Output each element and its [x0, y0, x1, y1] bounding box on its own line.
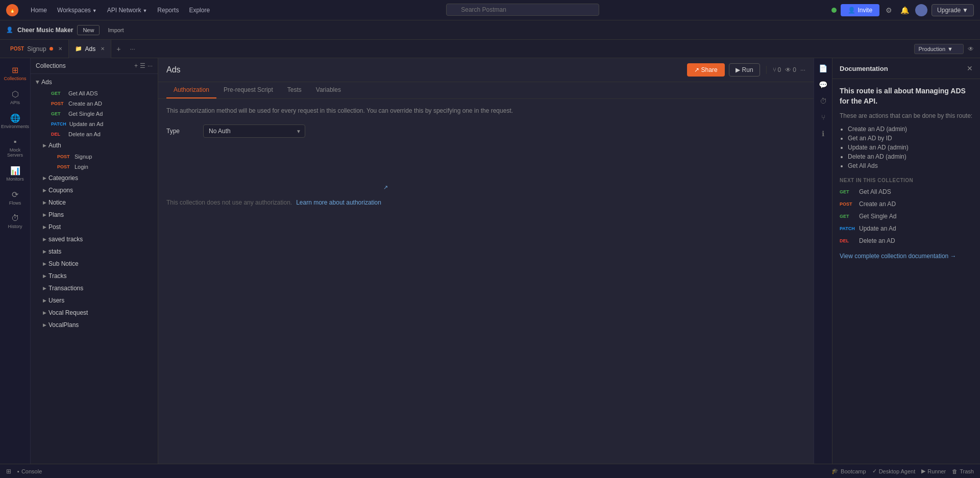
sidebar-header-icons: + ☰ ··· [134, 62, 153, 69]
folder-name: Vocal Request [48, 309, 88, 316]
sidebar-item-flows[interactable]: ⟳ Flows [2, 187, 29, 209]
doc-next-delete[interactable]: DEL Delete an AD [840, 237, 973, 244]
new-button[interactable]: New [77, 25, 100, 35]
runner-button[interactable]: ▶ Runner [921, 468, 946, 474]
info-icon[interactable]: ℹ [820, 128, 826, 140]
collections-list: ▶ Ads GET Get All ADS POST Create an AD … [31, 74, 158, 464]
folder-stats[interactable]: ▶ stats [31, 245, 158, 258]
user-avatar[interactable] [915, 4, 927, 16]
trash-button[interactable]: 🗑 Trash [952, 468, 974, 474]
filter-icon[interactable]: ☰ [140, 62, 145, 69]
folder-users[interactable]: ▶ Users [31, 294, 158, 307]
request-get-all-ads[interactable]: GET Get All ADS [31, 88, 158, 98]
nav-workspaces[interactable]: Workspaces▼ [53, 5, 101, 16]
method-badge-patch: PATCH [51, 121, 66, 127]
history-label: History [8, 224, 22, 229]
request-login[interactable]: POST Login [31, 162, 158, 172]
doc-heading: This route is all about Managing ADS for… [840, 86, 973, 106]
doc-next-update[interactable]: PATCH Update an Ad [840, 225, 973, 232]
sidebar-item-mock-servers[interactable]: ▪ Mock Servers [2, 134, 29, 161]
add-tab-button[interactable]: + [111, 45, 126, 53]
view-all-docs-link[interactable]: View complete collection documentation → [840, 253, 973, 260]
nav-explore[interactable]: Explore [185, 5, 214, 16]
nav-api-network[interactable]: API Network▼ [103, 5, 152, 16]
request-name: Get Single Ad [68, 111, 103, 117]
request-update-ad[interactable]: PATCH Update an Ad [31, 119, 158, 129]
doc-next-get-all[interactable]: GET Get All ADS [840, 188, 973, 195]
more-actions-button[interactable]: ··· [800, 66, 805, 73]
sidebar-item-collections[interactable]: ⊞ Collections [2, 62, 29, 84]
tab-variables[interactable]: Variables [309, 82, 348, 98]
bootcamp-button[interactable]: 🎓 Bootcamp [831, 468, 866, 474]
tab-authorization[interactable]: Authorization [166, 82, 216, 98]
folder-name: stats [48, 248, 61, 255]
nav-reports[interactable]: Reports [153, 5, 183, 16]
folder-transactions[interactable]: ▶ Transactions [31, 282, 158, 294]
folder-notice[interactable]: ▶ Notice [31, 196, 158, 209]
folder-categories[interactable]: ▶ Categories [31, 172, 158, 184]
history-panel-icon[interactable]: ⏱ [818, 95, 829, 107]
folder-sub-notice[interactable]: ▶ Sub Notice [31, 258, 158, 270]
request-signup[interactable]: POST Signup [31, 152, 158, 162]
learn-more-link[interactable]: Learn more about authorization [296, 199, 381, 206]
search-input[interactable] [446, 4, 599, 16]
close-tab-icon[interactable]: ✕ [58, 46, 62, 52]
more-tabs-button[interactable]: ··· [126, 45, 139, 53]
fork-panel-icon[interactable]: ⑂ [819, 111, 827, 123]
doc-next-create[interactable]: POST Create an AD [840, 200, 973, 208]
run-button[interactable]: ▶ Run [729, 63, 760, 77]
close-tab-ads-icon[interactable]: ✕ [101, 46, 105, 52]
watch-button[interactable]: 👁 0 [785, 66, 796, 73]
folder-name: Users [48, 297, 64, 304]
settings-icon[interactable]: ⚙ [884, 4, 894, 16]
comment-icon[interactable]: 💬 [817, 79, 829, 91]
tab-pre-request[interactable]: Pre-request Script [216, 82, 280, 98]
folder-post[interactable]: ▶ Post [31, 221, 158, 233]
add-collection-icon[interactable]: + [134, 62, 138, 69]
folder-vocal-plans[interactable]: ▶ VocalPlans [31, 319, 158, 331]
upgrade-button[interactable]: Upgrade▼ [932, 4, 974, 16]
doc-next-get-single[interactable]: GET Get Single Ad [840, 213, 973, 220]
doc-icon[interactable]: 📄 [817, 62, 829, 74]
environment-selector: Production ▼ 👁 [914, 44, 974, 54]
request-delete-ad[interactable]: DEL Delete an Ad [31, 129, 158, 139]
tab-tests[interactable]: Tests [280, 82, 309, 98]
folder-coupons[interactable]: ▶ Coupons [31, 184, 158, 196]
collection-ads[interactable]: ▶ Ads [31, 76, 158, 88]
list-item: Delete an AD (admin) [848, 153, 973, 160]
folder-saved-tracks[interactable]: ▶ saved tracks [31, 233, 158, 245]
sidebar-item-apis[interactable]: ⬡ APIs [2, 86, 29, 108]
folder-name: Transactions [48, 285, 83, 292]
folder-vocal-request[interactable]: ▶ Vocal Request [31, 307, 158, 319]
notifications-icon[interactable]: 🔔 [898, 4, 911, 16]
request-name: Update an Ad [69, 121, 104, 127]
sidebar-item-history[interactable]: ⏱ History [2, 211, 29, 232]
invite-button[interactable]: 👤 Invite [841, 4, 879, 16]
layout-icon[interactable]: ⊞ [6, 468, 11, 475]
folder-auth[interactable]: ▶ Auth [31, 139, 158, 152]
request-create-ad[interactable]: POST Create an AD [31, 98, 158, 109]
request-get-single-ad[interactable]: GET Get Single Ad [31, 109, 158, 119]
sidebar-panel-title: Collections [36, 62, 131, 69]
env-dropdown[interactable]: Production ▼ [914, 44, 964, 54]
folder-plans[interactable]: ▶ Plans [31, 209, 158, 221]
folder-tracks[interactable]: ▶ Tracks [31, 270, 158, 282]
sidebar-item-environments[interactable]: 🌐 Environments [2, 110, 29, 132]
close-doc-panel-icon[interactable]: ✕ [967, 64, 973, 72]
tab-signup[interactable]: POST Signup ✕ [4, 40, 69, 58]
auth-type-select[interactable]: No Auth API Key Bearer Token Basic Auth … [203, 124, 305, 138]
sidebar-item-monitors[interactable]: 📊 Monitors [2, 163, 29, 185]
folder-name: Tracks [48, 272, 67, 280]
eye-icon[interactable]: 👁 [968, 45, 974, 53]
more-options-icon[interactable]: ··· [148, 62, 153, 69]
request-title: Ads [166, 65, 683, 74]
console-button[interactable]: ▪ Console [17, 468, 42, 474]
import-button[interactable]: Import [104, 26, 128, 35]
desktop-agent-button[interactable]: ✓ Desktop Agent [872, 468, 916, 474]
fork-button[interactable]: ⑂ 0 [773, 66, 781, 73]
share-button[interactable]: ↗ Share [687, 63, 725, 77]
main-layout: ⊞ Collections ⬡ APIs 🌐 Environments ▪ Mo… [0, 58, 980, 464]
nav-home[interactable]: Home [27, 5, 51, 16]
tab-ads[interactable]: 📁 Ads ✕ [69, 40, 112, 58]
main-content: Ads ↗ Share ▶ Run ⑂ 0 👁 0 ··· [158, 58, 814, 464]
